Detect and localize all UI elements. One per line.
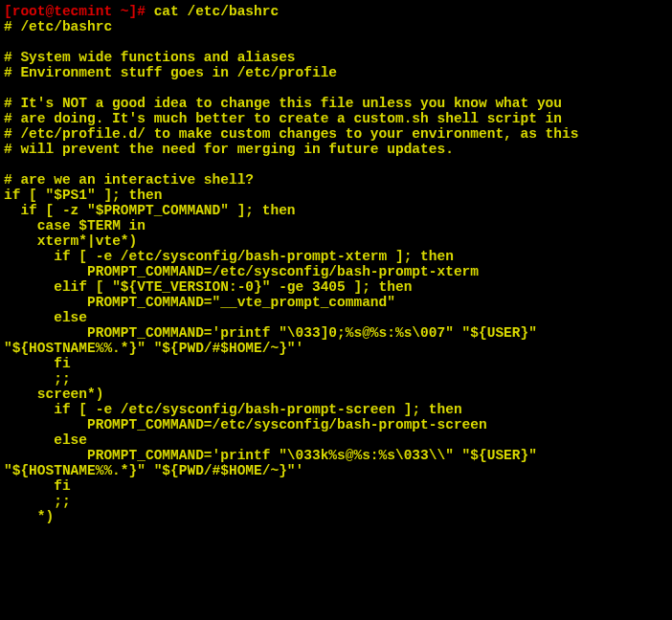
prompt-user-host: root@tecmint [12,4,112,19]
line-18: PROMPT_COMMAND="__vte_prompt_command" [4,295,395,310]
line-11: if [ "$PS1" ]; then [4,188,162,203]
line-17: elif [ "${VTE_VERSION:-0}" -ge 3405 ]; t… [4,279,412,295]
line-19: else [4,310,87,325]
line-8: # will prevent the need for merging in f… [4,142,454,157]
line-29: ;; [4,494,71,509]
line-25: PROMPT_COMMAND=/etc/sysconfig/bash-promp… [4,417,487,432]
line-2: # System wide functions and aliases [4,50,296,65]
line-13: case $TERM in [4,218,146,233]
line-27: PROMPT_COMMAND='printf "\033k%s@%s:%s\03… [4,448,546,478]
line-24: if [ -e /etc/sysconfig/bash-prompt-scree… [4,402,462,417]
prompt-tilde: ~ [112,4,128,19]
command-text: cat /etc/bashrc [154,4,280,19]
line-15: if [ -e /etc/sysconfig/bash-prompt-xterm… [4,249,454,264]
prompt-symbol: # [137,4,153,19]
line-21: fi [4,356,71,371]
line-22: ;; [4,371,71,387]
line-16: PROMPT_COMMAND=/etc/sysconfig/bash-promp… [4,264,479,279]
line-5: # It's NOT a good idea to change this fi… [4,96,562,111]
line-6: # are doing. It's much better to create … [4,111,562,126]
prompt-bracket-open: [ [4,4,12,19]
line-3: # Environment stuff goes in /etc/profile [4,65,337,80]
line-26: else [4,432,87,448]
line-12: if [ -z "$PROMPT_COMMAND" ]; then [4,203,296,218]
line-0: # /etc/bashrc [4,19,112,34]
line-10: # are we an interactive shell? [4,172,254,188]
line-23: screen*) [4,387,103,402]
line-14: xterm*|vte*) [4,233,137,249]
line-28: fi [4,478,71,494]
line-30: *) [4,509,54,524]
line-20: PROMPT_COMMAND='printf "\033]0;%s@%s:%s\… [4,325,546,356]
terminal-output: [root@tecmint ~]# cat /etc/bashrc # /etc… [4,4,668,524]
prompt-bracket-close: ] [129,4,138,19]
line-7: # /etc/profile.d/ to make custom changes… [4,126,578,142]
